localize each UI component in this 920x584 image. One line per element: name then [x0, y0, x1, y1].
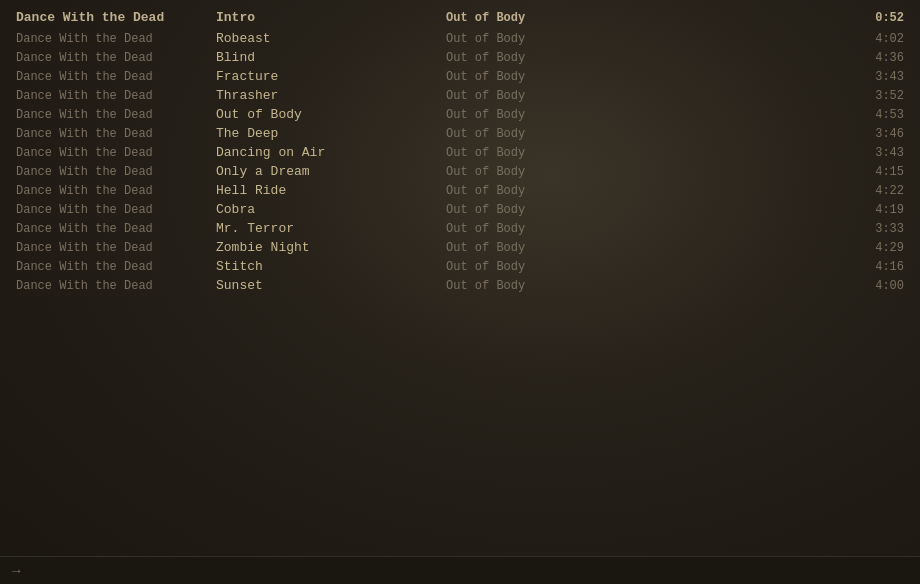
track-album: Out of Body [446, 51, 844, 65]
track-duration: 3:52 [844, 89, 904, 103]
track-album: Out of Body [446, 146, 844, 160]
table-row[interactable]: Dance With the DeadOnly a DreamOut of Bo… [0, 162, 920, 181]
bottom-bar: → [0, 556, 920, 584]
track-album: Out of Body [446, 241, 844, 255]
header-duration: 0:52 [844, 11, 904, 25]
track-artist: Dance With the Dead [16, 222, 216, 236]
track-album: Out of Body [446, 89, 844, 103]
table-row[interactable]: Dance With the DeadThrasherOut of Body3:… [0, 86, 920, 105]
arrow-icon: → [12, 563, 20, 579]
track-duration: 4:29 [844, 241, 904, 255]
track-artist: Dance With the Dead [16, 165, 216, 179]
track-title: Sunset [216, 278, 446, 293]
table-row[interactable]: Dance With the DeadFractureOut of Body3:… [0, 67, 920, 86]
track-title: Stitch [216, 259, 446, 274]
table-row[interactable]: Dance With the DeadBlindOut of Body4:36 [0, 48, 920, 67]
track-artist: Dance With the Dead [16, 184, 216, 198]
table-row[interactable]: Dance With the DeadDancing on AirOut of … [0, 143, 920, 162]
track-artist: Dance With the Dead [16, 203, 216, 217]
track-title: Zombie Night [216, 240, 446, 255]
table-row[interactable]: Dance With the DeadHell RideOut of Body4… [0, 181, 920, 200]
table-row[interactable]: Dance With the DeadSunsetOut of Body4:00 [0, 276, 920, 295]
track-artist: Dance With the Dead [16, 260, 216, 274]
track-artist: Dance With the Dead [16, 89, 216, 103]
table-row[interactable]: Dance With the DeadCobraOut of Body4:19 [0, 200, 920, 219]
track-artist: Dance With the Dead [16, 51, 216, 65]
track-title: Fracture [216, 69, 446, 84]
track-duration: 4:36 [844, 51, 904, 65]
header-title: Intro [216, 10, 446, 25]
track-title: Mr. Terror [216, 221, 446, 236]
header-artist: Dance With the Dead [16, 10, 216, 25]
track-title: Only a Dream [216, 164, 446, 179]
track-duration: 4:00 [844, 279, 904, 293]
track-duration: 3:46 [844, 127, 904, 141]
table-row[interactable]: Dance With the DeadStitchOut of Body4:16 [0, 257, 920, 276]
track-album: Out of Body [446, 32, 844, 46]
track-duration: 4:22 [844, 184, 904, 198]
track-artist: Dance With the Dead [16, 70, 216, 84]
track-album: Out of Body [446, 127, 844, 141]
track-artist: Dance With the Dead [16, 146, 216, 160]
track-album: Out of Body [446, 184, 844, 198]
track-list: Dance With the Dead Intro Out of Body 0:… [0, 0, 920, 303]
track-title: Cobra [216, 202, 446, 217]
track-artist: Dance With the Dead [16, 279, 216, 293]
track-album: Out of Body [446, 260, 844, 274]
track-artist: Dance With the Dead [16, 108, 216, 122]
track-duration: 3:43 [844, 70, 904, 84]
track-album: Out of Body [446, 222, 844, 236]
track-duration: 4:19 [844, 203, 904, 217]
track-album: Out of Body [446, 70, 844, 84]
track-title: Thrasher [216, 88, 446, 103]
track-album: Out of Body [446, 165, 844, 179]
track-artist: Dance With the Dead [16, 241, 216, 255]
table-row[interactable]: Dance With the DeadRobeastOut of Body4:0… [0, 29, 920, 48]
track-title: Blind [216, 50, 446, 65]
header-album: Out of Body [446, 11, 844, 25]
table-row[interactable]: Dance With the DeadOut of BodyOut of Bod… [0, 105, 920, 124]
track-title: Robeast [216, 31, 446, 46]
table-row[interactable]: Dance With the DeadMr. TerrorOut of Body… [0, 219, 920, 238]
track-artist: Dance With the Dead [16, 32, 216, 46]
track-duration: 3:33 [844, 222, 904, 236]
track-duration: 4:15 [844, 165, 904, 179]
track-duration: 4:16 [844, 260, 904, 274]
table-row[interactable]: Dance With the DeadThe DeepOut of Body3:… [0, 124, 920, 143]
track-album: Out of Body [446, 108, 844, 122]
track-duration: 3:43 [844, 146, 904, 160]
track-duration: 4:53 [844, 108, 904, 122]
track-title: Out of Body [216, 107, 446, 122]
track-title: Hell Ride [216, 183, 446, 198]
track-title: Dancing on Air [216, 145, 446, 160]
table-row[interactable]: Dance With the DeadZombie NightOut of Bo… [0, 238, 920, 257]
track-artist: Dance With the Dead [16, 127, 216, 141]
track-album: Out of Body [446, 279, 844, 293]
track-duration: 4:02 [844, 32, 904, 46]
track-album: Out of Body [446, 203, 844, 217]
track-list-header: Dance With the Dead Intro Out of Body 0:… [0, 8, 920, 27]
track-title: The Deep [216, 126, 446, 141]
